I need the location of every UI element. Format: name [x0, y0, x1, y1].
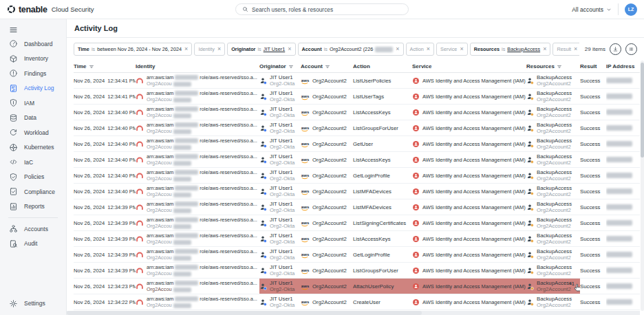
filter-chip-resources[interactable]: Resources is BackupAccess ×	[470, 43, 551, 56]
table-row[interactable]: Nov 26, 2024 12:34:39 PM arn:aws:iamrole…	[74, 247, 640, 263]
service-cell: AWS Identity and Access Management (IAM)	[412, 247, 526, 262]
filter-chip-account[interactable]: Account is Org2Account2 (226 ×	[298, 43, 404, 56]
chip-close-icon[interactable]: ×	[460, 46, 463, 52]
sidebar-item-reports[interactable]: Reports	[0, 199, 66, 215]
search-input[interactable]	[252, 6, 402, 13]
sidebar-item-workload[interactable]: Workload	[0, 125, 66, 140]
chip-close-icon[interactable]: ×	[396, 46, 399, 52]
filter-icon[interactable]	[288, 64, 294, 69]
filter-chip-originator[interactable]: Originator is JIT User1 ×	[227, 43, 295, 56]
column-header-service[interactable]: Service	[412, 63, 526, 69]
sidebar-item-compliance[interactable]: Compliance	[0, 184, 66, 199]
table-row[interactable]: Nov 26, 2024 12:34:40 PM arn:aws:iamrole…	[74, 136, 640, 152]
column-header-originator[interactable]: Originator	[259, 63, 301, 69]
role-icon	[136, 156, 144, 163]
table-row[interactable]: Nov 26, 2024 12:34:23 PM arn:aws:iamrole…	[74, 279, 640, 294]
sidebar-item-accounts[interactable]: Accounts	[0, 221, 66, 237]
column-header-resources[interactable]: Resources	[526, 63, 580, 69]
sidebar-item-iam[interactable]: IAM	[0, 96, 66, 111]
chip-close-icon[interactable]: ×	[427, 46, 430, 52]
accounts-selector[interactable]: All accounts	[572, 6, 612, 13]
column-header-result[interactable]: Result	[580, 63, 606, 69]
iam-service-icon	[412, 267, 420, 274]
account-cell: aws Org2Account2	[301, 263, 353, 278]
sidebar-item-iac[interactable]: IaC	[0, 155, 66, 170]
table-row[interactable]: Nov 26, 2024 12:34:39 PM arn:aws:iamrole…	[74, 263, 640, 279]
sidebar-item-kubernetes[interactable]: Kubernetes	[0, 140, 66, 155]
sidebar-divider	[8, 217, 58, 218]
filter-chip-service[interactable]: Service ×	[436, 43, 468, 56]
filter-chip-result[interactable]: Result ×	[552, 43, 579, 56]
originator-cell: JIT User1 Org2-Okta	[259, 199, 301, 215]
chip-close-icon[interactable]: ×	[543, 46, 546, 52]
sidebar-item-settings[interactable]: Settings	[0, 296, 66, 312]
ip-cell	[606, 215, 640, 230]
column-header-account[interactable]: Account	[301, 63, 353, 69]
sidebar-item-inventory[interactable]: Inventory	[0, 52, 66, 67]
resource-user-icon	[526, 77, 534, 85]
table-row[interactable]: Nov 26, 2024 12:34:22 PM arn:aws:iamrole…	[74, 294, 640, 310]
avatar[interactable]: LZ	[625, 3, 637, 16]
columns-button[interactable]	[625, 43, 637, 55]
chip-close-icon[interactable]: ×	[184, 46, 188, 52]
sidebar-collapse-button[interactable]	[0, 23, 66, 36]
table-row[interactable]: Nov 26, 2024 12:34:40 PM arn:aws:iamrole…	[74, 152, 640, 168]
table-row[interactable]: Nov 26, 2024 12:34:41 PM arn:aws:iamrole…	[74, 73, 640, 89]
vertical-scrollbar-thumb[interactable]	[641, 63, 644, 158]
download-icon	[612, 46, 619, 52]
chip-close-icon[interactable]: ×	[217, 46, 221, 52]
chevron-down-icon	[606, 7, 612, 12]
event-date: Nov 26, 2024	[74, 283, 105, 290]
column-label: Identity	[136, 63, 155, 69]
menu-icon	[9, 25, 18, 34]
table-row[interactable]: Nov 26, 2024 12:34:40 PM arn:aws:iamrole…	[74, 120, 640, 136]
aws-icon: aws	[301, 77, 310, 85]
redacted-text	[175, 202, 198, 206]
column-header-ip-address[interactable]: IP Address	[606, 63, 640, 69]
horizontal-scrollbar-thumb[interactable]	[67, 311, 422, 315]
filter-chip-time[interactable]: Time is between Nov 26, 2024 - Nov 26, 2…	[74, 43, 192, 56]
account-cell: aws Org2Account2	[301, 89, 353, 104]
role-icon	[136, 298, 144, 305]
vertical-scrollbar[interactable]	[641, 61, 644, 311]
table-row[interactable]: Nov 26, 2024 12:34:39 PM arn:aws:iamrole…	[74, 231, 640, 247]
iam-service-icon	[412, 219, 420, 227]
table-row[interactable]: Nov 26, 2024 12:34:39 PM arn:aws:iamrole…	[74, 215, 640, 231]
service-cell: AWS Identity and Access Management (IAM)	[412, 184, 526, 199]
filter-chip-identity[interactable]: Identity ×	[194, 43, 225, 56]
chip-close-icon[interactable]: ×	[574, 46, 577, 52]
ip-cell	[606, 199, 640, 215]
sidebar-item-activity-log[interactable]: Activity Log	[0, 81, 66, 96]
iam-service-icon	[412, 156, 420, 164]
global-search[interactable]	[235, 3, 409, 15]
horizontal-scrollbar[interactable]	[67, 311, 640, 315]
sidebar-item-findings[interactable]: Findings	[0, 66, 66, 81]
chip-operator: is	[257, 46, 261, 52]
svg-text:aws: aws	[301, 188, 310, 193]
sidebar-item-policies[interactable]: Policies	[0, 170, 66, 185]
originator-user-icon	[259, 204, 267, 211]
column-header-time[interactable]: Time	[74, 63, 136, 69]
sidebar-item-data[interactable]: Data	[0, 111, 66, 126]
sidebar-item-audit[interactable]: Audit	[0, 237, 66, 252]
table-row[interactable]: Nov 26, 2024 12:34:40 PM arn:aws:iamrole…	[74, 105, 640, 120]
table-row[interactable]: Nov 26, 2024 12:34:40 PM arn:aws:iamrole…	[74, 184, 640, 199]
originator-cell: JIT User1 Org2-Okta	[259, 136, 301, 151]
filter-icon[interactable]	[89, 64, 94, 69]
download-button[interactable]	[610, 43, 621, 55]
action-cell: ListAccessKeys	[353, 231, 412, 246]
account-cell: aws Org2Account2	[301, 152, 353, 167]
column-header-identity[interactable]: Identity	[136, 63, 259, 69]
column-header-action[interactable]: Action	[353, 63, 412, 69]
table-row[interactable]: Nov 26, 2024 12:34:40 PM arn:aws:iamrole…	[74, 168, 640, 184]
table-row[interactable]: Nov 26, 2024 12:34:39 PM arn:aws:iamrole…	[74, 199, 640, 215]
event-date: Nov 26, 2024	[74, 188, 105, 195]
chip-close-icon[interactable]: ×	[288, 46, 291, 52]
iam-service-icon	[412, 172, 420, 180]
filter-chip-action[interactable]: Action ×	[406, 43, 435, 56]
sidebar-item-dashboard[interactable]: Dashboard	[0, 36, 66, 52]
filter-icon[interactable]	[557, 64, 562, 69]
reports-icon	[9, 202, 18, 211]
table-row[interactable]: Nov 26, 2024 12:34:41 PM arn:aws:iamrole…	[74, 89, 640, 105]
filter-icon[interactable]	[325, 64, 330, 69]
